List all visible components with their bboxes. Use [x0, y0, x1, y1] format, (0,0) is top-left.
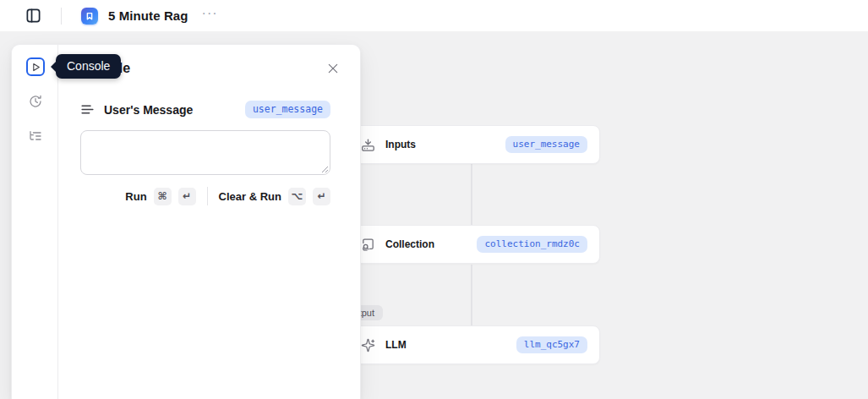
- field-variable-badge: user_message: [245, 101, 330, 118]
- close-console-button[interactable]: [326, 62, 340, 75]
- trace-tree-tab-button[interactable]: [29, 129, 42, 143]
- enter-key-icon: ↵: [313, 188, 330, 205]
- node-label: Inputs: [385, 139, 416, 150]
- tooltip-text: Console: [67, 59, 110, 73]
- node-id-badge: user_message: [505, 136, 587, 153]
- sparkles-icon: [361, 338, 375, 353]
- input-field-row: User's Message user_message: [80, 101, 330, 118]
- text-lines-icon: [80, 102, 95, 117]
- app-screen: Inputs user_message Collection collectio…: [0, 0, 868, 399]
- sidebar-toggle-button[interactable]: [25, 8, 41, 24]
- node-id-badge: llm_qc5gx7: [516, 336, 587, 353]
- workflow-menu-button[interactable]: ···: [202, 7, 218, 25]
- node-label: Collection: [385, 238, 434, 250]
- node-inputs[interactable]: Inputs user_message: [348, 125, 600, 164]
- clear-and-run-button[interactable]: Clear & Run ⌥ ↵: [219, 188, 330, 205]
- node-collection[interactable]: Collection collection_rmdz0c: [348, 225, 600, 264]
- console-content: Console User's Message user_message Run …: [58, 45, 360, 399]
- inputs-tray-icon: [361, 138, 375, 152]
- collection-search-icon: [361, 238, 375, 252]
- console-tab-button[interactable]: [26, 57, 45, 76]
- topbar: 5 Minute Rag ···: [0, 0, 868, 31]
- node-label: LLM: [385, 339, 407, 351]
- cmd-key-icon: ⌘: [154, 188, 172, 205]
- enter-key-icon: ↵: [178, 188, 196, 205]
- actions-divider: [207, 187, 208, 205]
- console-panel: Console User's Message user_message Run …: [11, 44, 361, 399]
- topbar-divider: [61, 8, 62, 25]
- panel-left-icon: [25, 8, 41, 24]
- run-button[interactable]: Run ⌘ ↵: [125, 188, 195, 205]
- node-llm[interactable]: LLM llm_qc5gx7: [348, 325, 600, 364]
- edge-connector: [471, 265, 472, 326]
- history-tab-button[interactable]: [29, 95, 42, 108]
- close-icon: [326, 62, 340, 75]
- tooltip-arrow: [51, 62, 56, 72]
- field-label: User's Message: [104, 103, 193, 117]
- workflow-title: 5 Minute Rag: [108, 8, 188, 23]
- panel-icon-rail: [12, 45, 58, 399]
- play-icon: [30, 62, 41, 73]
- option-key-icon: ⌥: [288, 188, 306, 205]
- node-id-badge: collection_rmdz0c: [477, 236, 587, 253]
- clear-run-label: Clear & Run: [219, 190, 281, 203]
- run-label: Run: [125, 190, 146, 203]
- console-tooltip: Console: [56, 54, 121, 79]
- history-clock-icon: [29, 95, 42, 108]
- user-message-input[interactable]: [80, 130, 330, 175]
- app-logo[interactable]: [81, 8, 98, 25]
- bookmark-logo-icon: [85, 11, 95, 21]
- tree-list-icon: [29, 129, 42, 143]
- edge-connector: [471, 163, 472, 225]
- console-actions: Run ⌘ ↵ Clear & Run ⌥ ↵: [80, 187, 330, 205]
